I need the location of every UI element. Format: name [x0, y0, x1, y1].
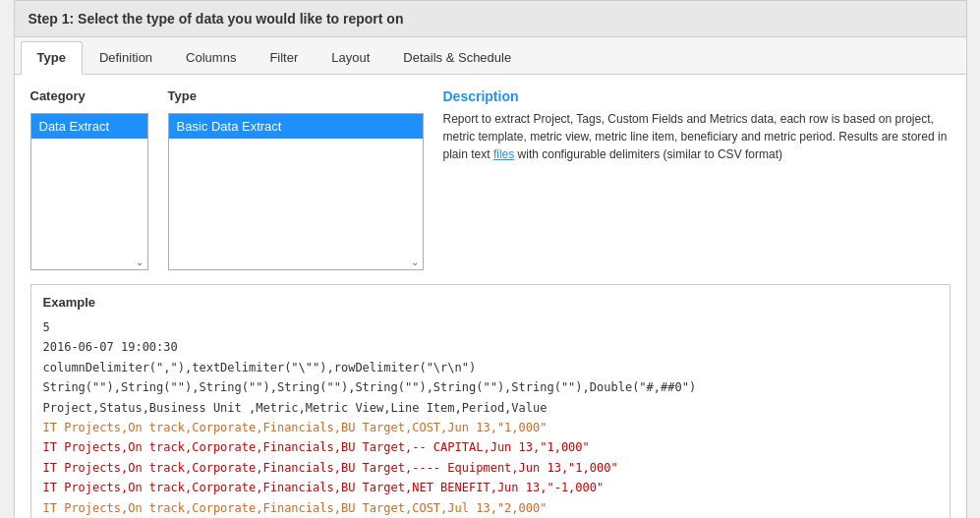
- category-section: Category Data Extract ⌄: [30, 88, 148, 270]
- category-listbox[interactable]: Data Extract ⌄: [30, 113, 148, 270]
- description-section: Description Report to extract Project, T…: [443, 88, 951, 270]
- description-text: Report to extract Project, Tags, Custom …: [443, 110, 951, 163]
- tab-columns[interactable]: Columns: [169, 41, 253, 74]
- example-line-1: 5: [43, 317, 938, 337]
- example-section: Example 5 2016-06-07 19:00:30 columnDeli…: [30, 284, 951, 518]
- example-line-5: Project,Status,Business Unit ,Metric,Met…: [43, 398, 938, 418]
- category-item-data-extract[interactable]: Data Extract: [31, 114, 147, 139]
- tab-type[interactable]: Type: [21, 41, 83, 75]
- top-section: Category Data Extract ⌄ Type Basic Data …: [30, 88, 951, 270]
- tab-layout[interactable]: Layout: [315, 41, 386, 74]
- tab-filter[interactable]: Filter: [253, 41, 315, 74]
- example-line-2: 2016-06-07 19:00:30: [43, 337, 938, 357]
- category-label: Category: [30, 88, 148, 103]
- tab-definition[interactable]: Definition: [83, 41, 169, 74]
- type-item-basic-data-extract[interactable]: Basic Data Extract: [169, 114, 423, 139]
- description-title: Description: [443, 88, 951, 104]
- type-scroll-down-icon: ⌄: [411, 257, 419, 267]
- tabs-bar: Type Definition Columns Filter Layout De…: [15, 37, 966, 75]
- example-line-6: IT Projects,On track,Corporate,Financial…: [43, 418, 938, 437]
- type-listbox[interactable]: Basic Data Extract ⌄: [168, 113, 424, 270]
- description-link[interactable]: files: [493, 147, 514, 161]
- content-area: Category Data Extract ⌄ Type Basic Data …: [15, 75, 966, 518]
- tab-details-schedule[interactable]: Details & Schedule: [386, 41, 528, 74]
- example-line-10: IT Projects,On track,Corporate,Financial…: [43, 498, 938, 518]
- example-line-3: columnDelimiter(","),textDelimiter("\"")…: [43, 358, 938, 377]
- category-scroll-down-icon: ⌄: [136, 257, 144, 267]
- main-container: Step 1: Select the type of data you woul…: [14, 0, 967, 518]
- page-title: Step 1: Select the type of data you woul…: [15, 1, 966, 37]
- example-content: 5 2016-06-07 19:00:30 columnDelimiter(",…: [43, 317, 938, 518]
- example-line-4: String(""),String(""),String(""),String(…: [43, 377, 938, 397]
- example-line-9: IT Projects,On track,Corporate,Financial…: [43, 478, 938, 497]
- example-line-7: IT Projects,On track,Corporate,Financial…: [43, 437, 938, 457]
- example-line-8: IT Projects,On track,Corporate,Financial…: [43, 458, 938, 478]
- type-section: Type Basic Data Extract ⌄: [168, 88, 424, 270]
- type-label: Type: [168, 88, 424, 103]
- example-title: Example: [43, 295, 938, 310]
